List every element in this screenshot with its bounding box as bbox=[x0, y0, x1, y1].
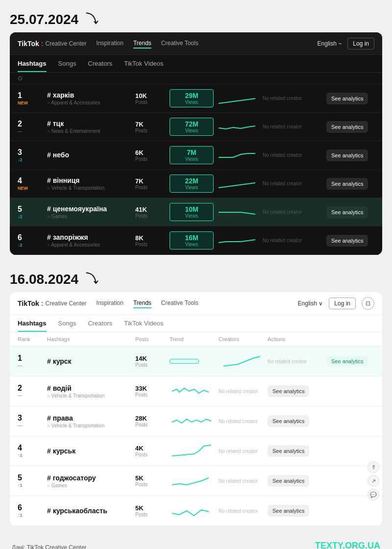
hashtag-cell: # небо bbox=[47, 151, 135, 160]
share-btn[interactable]: ↗ bbox=[368, 475, 379, 487]
analytics-cell: See analytics bbox=[326, 355, 370, 367]
logo-dot-2: : bbox=[41, 299, 44, 307]
analytics-cell: See analytics bbox=[326, 235, 375, 247]
see-analytics-btn[interactable]: See analytics bbox=[326, 93, 368, 104]
see-analytics-btn[interactable]: See analytics bbox=[326, 121, 368, 133]
login-btn-2[interactable]: Log in bbox=[329, 298, 356, 309]
trend-chart-container bbox=[170, 471, 219, 491]
see-analytics-btn[interactable]: See analytics bbox=[326, 206, 368, 218]
posts-cell: 28K Posts bbox=[135, 415, 170, 427]
table-row[interactable]: 4 NEW # вінниця ○ Vehicle & Transportati… bbox=[10, 170, 382, 198]
card-1: TikTok : Creative Center Inspiration Tre… bbox=[10, 32, 382, 255]
analytics-cell: See analytics bbox=[326, 206, 375, 218]
no-creator-cell: No related creator bbox=[263, 181, 326, 186]
no-creator-cell: No related creator bbox=[219, 419, 268, 424]
analytics-cell: See analytics bbox=[326, 178, 375, 190]
no-creator-cell: No related creator bbox=[263, 96, 326, 101]
table-row[interactable]: 2 — # тцк ○ News & Entertainment 7K Post… bbox=[10, 113, 382, 141]
tab-hashtags-2[interactable]: Hashtags bbox=[18, 320, 47, 332]
footer-brand-text: TEXTY bbox=[315, 541, 343, 549]
table-header-2: Rank Hashtags Posts Trend Creators Actio… bbox=[10, 332, 382, 347]
see-analytics-btn[interactable]: See analytics bbox=[326, 178, 368, 190]
tab-songs-1[interactable]: Songs bbox=[58, 60, 76, 72]
chat-btn[interactable]: 💬 bbox=[368, 489, 379, 500]
posts-cell: 5K Posts bbox=[135, 474, 170, 487]
analytics-cell: See analytics bbox=[326, 150, 375, 161]
table-row[interactable]: 3 ↓2 # небо 6K Posts 7M Views bbox=[10, 141, 382, 170]
views-cell: 72M Views bbox=[170, 118, 214, 136]
table-row[interactable]: 6 ↑1 # курськаобласть 5K Posts No relate… bbox=[10, 496, 382, 526]
nav-bar-2: TikTok : Creative Center Inspiration Tre… bbox=[10, 292, 382, 315]
rank-cell: 1 — bbox=[18, 354, 47, 368]
tab-songs-2[interactable]: Songs bbox=[58, 320, 76, 332]
rank-cell: 1 NEW bbox=[18, 92, 47, 105]
arrow-icon-1 bbox=[83, 10, 103, 29]
table-row[interactable]: 3 — # права ○ Vehicle & Transportation 2… bbox=[10, 406, 382, 436]
trend-chart bbox=[219, 351, 268, 371]
logo-2: TikTok : Creative Center bbox=[18, 299, 87, 307]
table-row[interactable]: 4 ↑1 # курськ 4K Posts No related creato… bbox=[10, 436, 382, 466]
see-analytics-btn[interactable]: See analytics bbox=[268, 475, 309, 487]
trend-chart bbox=[214, 118, 263, 136]
table-body-2: 1 — # курск 14K Posts No related creator bbox=[10, 347, 382, 526]
trend-chart bbox=[214, 232, 263, 250]
table-row[interactable]: 1 — # курск 14K Posts No related creator bbox=[10, 347, 382, 376]
login-btn-1[interactable]: Log in bbox=[347, 38, 374, 50]
lang-btn-1[interactable]: English ~ bbox=[318, 40, 342, 47]
trend-chart bbox=[214, 175, 263, 193]
see-analytics-btn[interactable]: See analytics bbox=[268, 505, 309, 517]
see-analytics-btn[interactable]: See analytics bbox=[268, 385, 309, 397]
footer-brand-suffix: .ORG.UA bbox=[343, 541, 380, 549]
no-creator-cell: No related creator bbox=[263, 124, 326, 129]
table-row[interactable]: 2 — # водій ○ Vehicle & Transportation 3… bbox=[10, 376, 382, 406]
trend-chart bbox=[214, 147, 263, 164]
tab-creators-1[interactable]: Creators bbox=[88, 60, 112, 72]
table-row[interactable]: 6 ↓2 # запоріжжя ○ Apparel & Accessories… bbox=[10, 226, 382, 255]
date-label-2: 16.08.2024 bbox=[10, 270, 382, 289]
views-cell: 29M Views bbox=[170, 89, 214, 107]
no-creator-cell: No related creator bbox=[263, 152, 326, 158]
table-row[interactable]: 5 ↓2 # ценемояукраїна ○ Games 41K Posts … bbox=[10, 198, 382, 226]
hashtag-cell: # курськаобласть bbox=[47, 507, 135, 515]
see-analytics-btn[interactable]: See analytics bbox=[326, 355, 368, 367]
see-analytics-btn[interactable]: See analytics bbox=[268, 415, 309, 427]
posts-cell: 8K Posts bbox=[135, 234, 170, 247]
col-hashtags: Hashtags bbox=[47, 336, 135, 342]
nav-tools-1[interactable]: Creative Tools bbox=[161, 39, 198, 49]
analytics-cell: See analytics bbox=[268, 475, 326, 487]
nav-tools-2[interactable]: Creative Tools bbox=[161, 299, 198, 308]
col-creators: Creators bbox=[219, 336, 268, 342]
rank-cell: 2 — bbox=[18, 120, 47, 134]
nav-trends-1[interactable]: Trends bbox=[133, 39, 151, 49]
views-cell: 10M Views bbox=[170, 203, 214, 221]
table-row[interactable]: 5 ↑1 # годжосатору ○ Games 5K Posts No r… bbox=[10, 466, 382, 496]
col-actions: Actions bbox=[268, 336, 326, 342]
scroll-up-btn[interactable]: ⇑ bbox=[368, 461, 379, 473]
nav-trends-2[interactable]: Trends bbox=[133, 299, 151, 308]
partial-row-1: ○ bbox=[10, 73, 382, 84]
see-analytics-btn[interactable]: See analytics bbox=[326, 150, 368, 161]
camera-btn-2[interactable]: ⊡ bbox=[362, 297, 374, 310]
rank-cell: 6 ↓2 bbox=[18, 234, 47, 248]
col-rank: Rank bbox=[18, 336, 47, 342]
nav-inspiration-2[interactable]: Inspiration bbox=[97, 299, 123, 308]
tab-hashtags-1[interactable]: Hashtags bbox=[18, 60, 47, 72]
see-analytics-btn[interactable]: See analytics bbox=[268, 445, 309, 457]
tab-bar-2: Hashtags Songs Creators TikTok Videos bbox=[10, 315, 382, 332]
see-analytics-btn[interactable]: See analytics bbox=[326, 235, 368, 247]
hashtag-cell: # харків ○ Apparel & Accessories bbox=[47, 91, 135, 105]
nav-inspiration-1[interactable]: Inspiration bbox=[97, 39, 123, 49]
posts-cell: 6K Posts bbox=[135, 149, 170, 162]
col-trend: Trend bbox=[170, 336, 219, 342]
no-creator-cell: No related creator bbox=[219, 389, 268, 394]
analytics-cell: See analytics bbox=[268, 505, 326, 517]
arrow-icon-2 bbox=[83, 270, 103, 289]
tab-creators-2[interactable]: Creators bbox=[88, 320, 112, 332]
hashtag-cell: # права ○ Vehicle & Transportation bbox=[47, 414, 135, 428]
table-row[interactable]: 1 NEW # харків ○ Apparel & Accessories 1… bbox=[10, 84, 382, 113]
views-cell: 7M Views bbox=[170, 146, 214, 164]
tab-videos-1[interactable]: TikTok Videos bbox=[124, 60, 163, 72]
tab-videos-2[interactable]: TikTok Videos bbox=[124, 320, 163, 332]
lang-btn-2[interactable]: English ∨ bbox=[298, 300, 323, 307]
no-creator-cell: No related creator bbox=[263, 209, 326, 215]
